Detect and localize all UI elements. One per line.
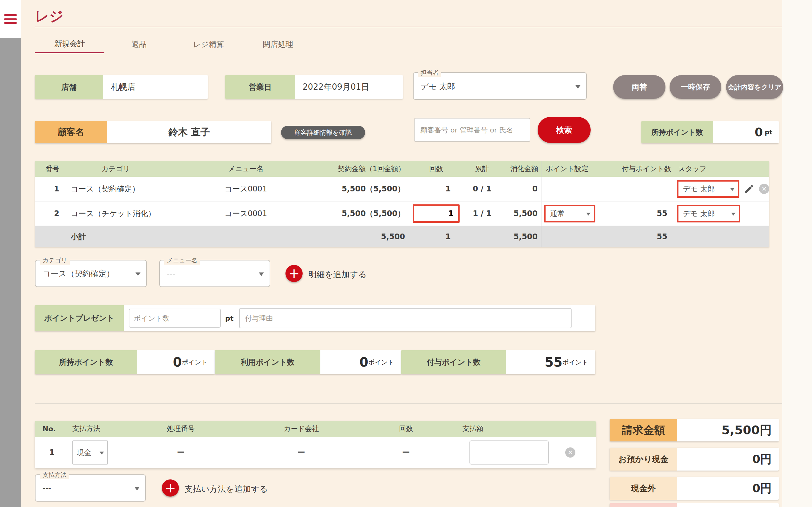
payment-row-1: 1 現金 ー ー ー ✕ (35, 437, 596, 468)
edit-icon[interactable] (744, 183, 755, 194)
summary-granted-number: 55 (545, 355, 562, 370)
item-row-1: 1 コース（契約確定） コース0001 5,500（5,500） 1 0 / 1… (35, 177, 769, 202)
item-point-setting-select[interactable]: 通常 (544, 205, 595, 222)
tab-closing[interactable]: 閉店処理 (243, 36, 313, 53)
summary-held-label: 所持ポイント数 (35, 350, 137, 374)
summary-granted-unit: ポイント (562, 358, 589, 367)
subtotal-label: 小計 (65, 232, 166, 242)
tab-bar: 新規会計 返品 レジ精算 閉店処理 (35, 36, 313, 53)
billed-amount-value: 5,500円 (677, 419, 779, 441)
change-row-value (677, 503, 779, 507)
payment-count: ー (358, 447, 454, 458)
tab-returns[interactable]: 返品 (104, 36, 174, 53)
tab-new-sale[interactable]: 新規会計 (35, 36, 104, 53)
pay-col-count: 回数 (358, 424, 454, 434)
item-staff-value: デモ 太郎 (683, 209, 715, 219)
non-cash-value: 0円 (677, 477, 779, 500)
chevron-down-icon (259, 273, 264, 276)
menu-select-label: メニュー名 (164, 257, 200, 265)
category-select-label: カテゴリ (40, 257, 70, 265)
add-item-category-select[interactable]: カテゴリ コース（契約確定） (35, 260, 147, 287)
payment-amount-input[interactable] (469, 441, 549, 464)
points-summary-granted: 付与ポイント数 55 ポイント (401, 350, 595, 374)
store-value: 札幌店 (103, 75, 208, 99)
items-subtotal-row: 小計 5,500 1 5,500 55 (35, 226, 769, 247)
change-row-label (610, 503, 677, 507)
item-menu: コース0001 (166, 184, 325, 194)
chevron-down-icon (575, 85, 580, 89)
add-payment-label[interactable]: 支払い方法を追加する (185, 484, 268, 495)
staff-select[interactable]: 担当者 デモ 太郎 (413, 72, 587, 100)
payment-table: No. 支払方法 処理番号 カード会社 回数 支払額 1 現金 ー ー ー (35, 421, 596, 468)
held-points-field: 所持ポイント数 0 pt (641, 121, 779, 143)
business-date-value: 2022年09月01日 (295, 75, 403, 99)
customer-name-label: 顧客名 (35, 121, 107, 143)
chevron-down-icon (135, 487, 140, 491)
right-gutter (782, 0, 812, 507)
title-divider (35, 26, 782, 27)
payment-table-header: No. 支払方法 処理番号 カード会社 回数 支払額 (35, 421, 596, 437)
sidebar (0, 0, 21, 507)
summary-granted-label: 付与ポイント数 (401, 350, 506, 374)
item-granted-points: 55 (601, 209, 672, 218)
held-points-label: 所持ポイント数 (641, 121, 713, 143)
point-present-label: ポイントプレゼント (35, 305, 124, 331)
item-consumed: 0 (503, 184, 541, 193)
payment-method-select[interactable]: 現金 (72, 441, 108, 464)
add-item-label[interactable]: 明細を追加する (308, 269, 367, 280)
clear-sale-button[interactable]: 会計内容をクリア (726, 75, 783, 99)
point-present-reason-input[interactable] (239, 308, 571, 328)
customer-name-value: 鈴木 直子 (107, 121, 271, 143)
item-row-2: 2 コース（チケット消化） コース0001 5,500（5,500） 1 / 1… (35, 202, 769, 226)
col-amount: 契約金額（1回金額） (325, 164, 411, 174)
tab-register-settlement[interactable]: レジ精算 (174, 36, 243, 53)
items-table-header: 番号 カテゴリ メニュー名 契約金額（1回金額） 回数 累計 消化金額 ポイント… (35, 161, 769, 177)
col-menu: メニュー名 (166, 164, 325, 174)
item-staff-select[interactable]: デモ 太郎 (677, 180, 740, 198)
section-divider (35, 403, 782, 404)
store-label: 店舗 (35, 75, 103, 99)
staff-select-value: デモ 太郎 (420, 81, 455, 91)
customer-search-button[interactable]: 検索 (538, 117, 591, 143)
point-present-points-input[interactable] (129, 308, 221, 328)
payment-method-select-label: 支払方法 (40, 471, 69, 479)
payment-method-select-value: --- (43, 484, 51, 493)
temp-save-button[interactable]: 一時保存 (670, 75, 721, 99)
business-date-label: 営業日 (225, 75, 295, 99)
pay-col-method: 支払方法 (60, 424, 117, 434)
cash-received-label: お預かり現金 (610, 448, 677, 470)
add-payment-method-select[interactable]: 支払方法 --- (35, 474, 146, 502)
item-point-setting-empty (541, 177, 601, 201)
non-cash-label: 現金外 (610, 477, 677, 500)
subtotal-consumed: 5,500 (503, 232, 541, 241)
business-date-field: 営業日 2022年09月01日 (225, 75, 403, 99)
item-consumed: 5,500 (503, 209, 541, 218)
add-item-plus-icon[interactable]: + (286, 265, 303, 282)
exchange-button[interactable]: 両替 (613, 75, 665, 99)
chevron-down-icon (586, 213, 591, 216)
item-point-setting-value: 通常 (550, 209, 565, 219)
category-select-value: コース（契約確定） (43, 268, 114, 279)
customer-detail-button[interactable]: 顧客詳細情報を確認 (281, 126, 365, 139)
summary-held-unit: ポイント (182, 358, 208, 367)
item-no: 2 (35, 209, 65, 218)
delete-item-icon[interactable]: ✕ (759, 184, 769, 194)
items-table: 番号 カテゴリ メニュー名 契約金額（1回金額） 回数 累計 消化金額 ポイント… (35, 161, 769, 247)
add-payment-plus-icon[interactable]: + (162, 480, 179, 497)
col-staff: スタッフ (672, 164, 769, 174)
col-granted-points: 付与ポイント数 (601, 164, 672, 174)
subtotal-amount: 5,500 (325, 232, 411, 241)
add-item-menu-select[interactable]: メニュー名 --- (159, 260, 270, 287)
summary-held-number: 0 (173, 355, 182, 370)
chevron-down-icon (731, 213, 735, 216)
customer-search-input[interactable] (414, 118, 530, 142)
item-cumulative: 0 / 1 (461, 184, 503, 193)
delete-payment-icon[interactable]: ✕ (565, 447, 575, 458)
item-staff-select[interactable]: デモ 太郎 (677, 205, 740, 222)
item-count-input[interactable] (413, 205, 460, 223)
subtotal-count: 1 (411, 232, 461, 241)
payment-method-value: 現金 (77, 448, 91, 458)
pay-col-processing: 処理番号 (117, 424, 244, 434)
menu-select-value: --- (167, 269, 175, 278)
hamburger-menu-icon[interactable] (4, 14, 17, 24)
